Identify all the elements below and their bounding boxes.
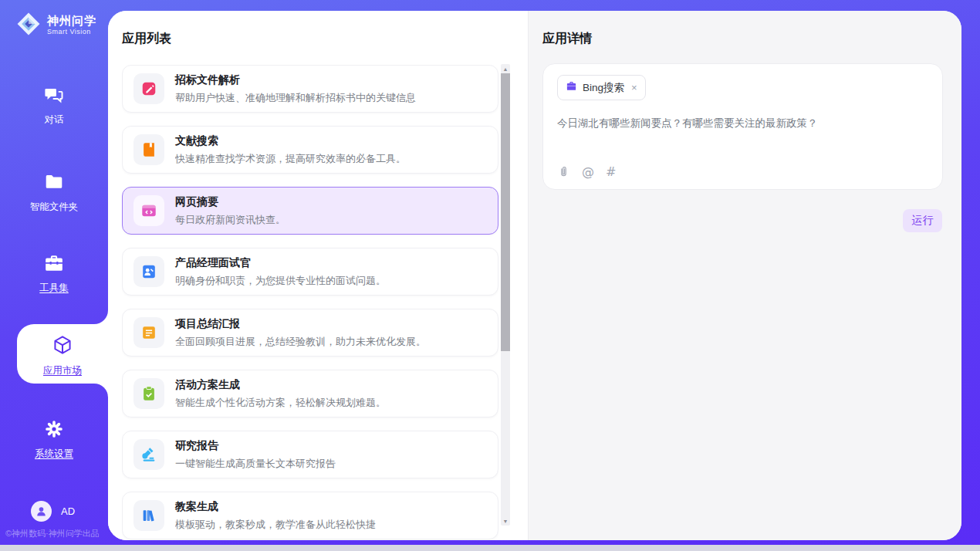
app-card-desc: 明确身份和职责，为您提供专业性的面试问题。 xyxy=(175,274,386,288)
app-card-name: 研究报告 xyxy=(175,439,336,453)
toolbox-icon xyxy=(44,253,64,275)
prompt-card[interactable]: Bing搜索 × 今日湖北有哪些新闻要点？有哪些需要关注的最新政策？ @# xyxy=(542,63,943,190)
sidebar-item-settings[interactable]: 系统设置 xyxy=(0,419,108,461)
bottom-strip xyxy=(0,545,980,551)
app-card[interactable]: 教案生成 模板驱动，教案秒成，教学准备从此轻松快捷 xyxy=(122,492,498,539)
app-card[interactable]: 文献搜索 快速精准查找学术资源，提高研究效率的必备工具。 xyxy=(122,126,498,174)
prompt-toolbar: @# xyxy=(557,164,616,179)
app-card[interactable]: 产品经理面试官 明确身份和职责，为您提供专业性的面试问题。 xyxy=(122,248,498,296)
close-icon[interactable]: × xyxy=(631,83,637,93)
gear-icon xyxy=(44,419,64,441)
user-row[interactable]: AD xyxy=(31,501,75,522)
brand-tagline: Smart Vision xyxy=(47,29,96,36)
app-card-name: 招标文件解析 xyxy=(175,73,416,87)
app-card[interactable]: 研究报告 一键智能生成高质量长文本研究报告 xyxy=(122,431,498,478)
report-note-icon xyxy=(133,317,164,348)
at-icon[interactable]: @ xyxy=(582,164,594,179)
interview-icon xyxy=(133,256,164,287)
app-list-panel: 应用列表 招标文件解析 帮助用户快速、准确地理解和解析招标书中的关键信息 文献搜… xyxy=(108,11,528,540)
scrollbar-up-icon[interactable]: ▲ xyxy=(501,64,510,73)
browser-icon xyxy=(133,195,164,226)
microscope-icon xyxy=(133,439,164,470)
tool-tag-label: Bing搜索 xyxy=(583,81,624,95)
user-icon xyxy=(35,505,48,518)
app-card[interactable]: 活动方案生成 智能生成个性化活动方案，轻松解决规划难题。 xyxy=(122,370,498,417)
book-icon xyxy=(133,134,164,165)
gem-logo-icon xyxy=(15,11,42,40)
doc-edit-icon xyxy=(133,73,164,104)
sidebar-item-chat[interactable]: 对话 xyxy=(0,85,108,127)
app-card-name: 项目总结汇报 xyxy=(175,317,426,331)
app-list-title: 应用列表 xyxy=(122,31,171,47)
brand-logo: 神州问学 Smart Vision xyxy=(15,11,96,40)
app-detail-panel: 应用详情 Bing搜索 × 今日湖北有哪些新闻要点？有哪些需要关注的最新政策？ … xyxy=(528,11,961,540)
sidebar-item-market[interactable]: 应用市场 xyxy=(17,324,108,384)
cube-icon xyxy=(52,334,73,356)
brand-name: 神州问学 xyxy=(47,15,96,28)
app-card-name: 网页摘要 xyxy=(175,195,286,209)
app-card-name: 文献搜索 xyxy=(175,134,406,148)
app-card-desc: 智能生成个性化活动方案，轻松解决规划难题。 xyxy=(175,396,386,410)
avatar[interactable] xyxy=(31,501,52,522)
main-container: 应用列表 招标文件解析 帮助用户快速、准确地理解和解析招标书中的关键信息 文献搜… xyxy=(108,11,961,540)
app-card-name: 产品经理面试官 xyxy=(175,256,386,270)
app-card[interactable]: 项目总结汇报 全面回顾项目进展，总结经验教训，助力未来优化发展。 xyxy=(122,309,498,357)
app-card-desc: 快速精准查找学术资源，提高研究效率的必备工具。 xyxy=(175,152,406,166)
app-card-name: 活动方案生成 xyxy=(175,378,386,392)
books-icon xyxy=(133,500,164,531)
hash-icon[interactable]: # xyxy=(606,164,616,179)
folder-icon xyxy=(44,172,64,194)
app-card[interactable]: 招标文件解析 帮助用户快速、准确地理解和解析招标书中的关键信息 xyxy=(122,65,498,113)
sidebar-item-folders[interactable]: 智能文件夹 xyxy=(0,172,108,214)
scrollbar-thumb[interactable] xyxy=(501,73,510,351)
user-initials: AD xyxy=(61,505,75,517)
scrollbar[interactable]: ▲ ▼ xyxy=(501,64,510,526)
app-detail-title: 应用详情 xyxy=(542,31,592,47)
run-button[interactable]: 运行 xyxy=(903,209,942,232)
app-card-desc: 全面回顾项目进展，总结经验教训，助力未来优化发展。 xyxy=(175,335,426,349)
prompt-text[interactable]: 今日湖北有哪些新闻要点？有哪些需要关注的最新政策？ xyxy=(557,117,928,130)
sidebar: 神州问学 Smart Vision 对话 智能文件夹 工具集 应用市场 系统设置… xyxy=(0,0,108,545)
sidebar-item-toolset[interactable]: 工具集 xyxy=(0,253,108,295)
app-card-desc: 一键智能生成高质量长文本研究报告 xyxy=(175,457,336,471)
copyright-text: ©神州数码·神州问学出品 xyxy=(5,528,100,539)
briefcase-icon xyxy=(566,80,577,95)
chat-icon xyxy=(44,85,64,106)
app-card-name: 教案生成 xyxy=(175,500,376,514)
app-card-desc: 每日政府新闻资讯快查。 xyxy=(175,213,286,227)
paperclip-icon[interactable] xyxy=(557,165,570,178)
clipboard-check-icon xyxy=(133,378,164,409)
app-card-desc: 帮助用户快速、准确地理解和解析招标书中的关键信息 xyxy=(175,91,416,105)
tool-tag-bing[interactable]: Bing搜索 × xyxy=(557,75,646,100)
scrollbar-down-icon[interactable]: ▼ xyxy=(501,516,510,526)
app-list: 招标文件解析 帮助用户快速、准确地理解和解析招标书中的关键信息 文献搜索 快速精… xyxy=(122,65,498,540)
app-card[interactable]: 网页摘要 每日政府新闻资讯快查。 xyxy=(122,187,498,235)
app-card-desc: 模板驱动，教案秒成，教学准备从此轻松快捷 xyxy=(175,518,376,532)
